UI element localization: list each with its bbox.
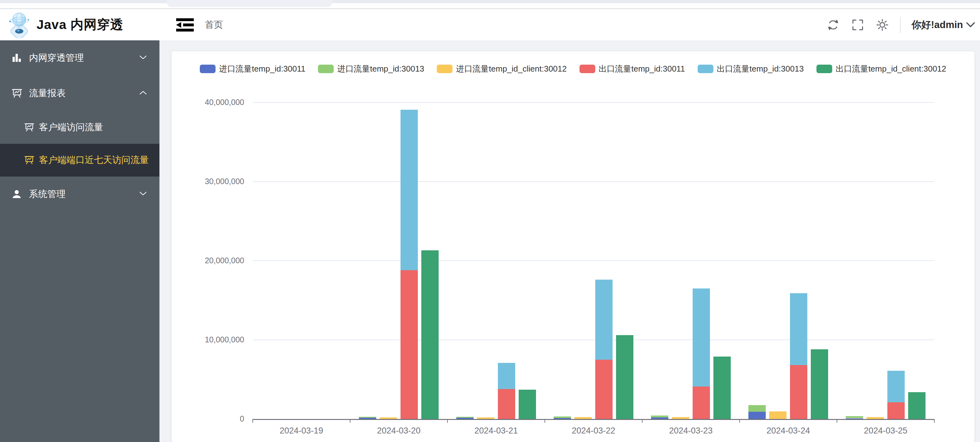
sidebar-item-label: 流量报表 <box>29 87 65 100</box>
bar-segment[interactable] <box>790 293 807 365</box>
top-tab-blob <box>167 0 332 7</box>
user-menu[interactable]: 你好!admin <box>911 18 975 32</box>
gridline <box>253 181 934 182</box>
x-axis-tick <box>447 419 448 423</box>
bar-segment[interactable] <box>359 417 376 418</box>
bar-segment[interactable] <box>811 349 828 419</box>
sidebar-item-system-management[interactable]: 系统管理 <box>0 177 159 212</box>
bar-segment[interactable] <box>748 405 766 412</box>
data-board-icon <box>24 122 35 133</box>
bar-segment[interactable] <box>421 251 439 419</box>
greeting-text: 你好!admin <box>911 18 963 32</box>
fullscreen-icon[interactable] <box>851 18 865 32</box>
x-axis-tick <box>350 419 350 423</box>
sidebar-item-label: 客户端端口近七天访问流量 <box>39 154 149 166</box>
top-band <box>0 0 980 3</box>
gridline <box>253 260 934 261</box>
bar-segment[interactable] <box>769 412 786 419</box>
bar-segment[interactable] <box>456 417 474 418</box>
bar-segment[interactable] <box>401 110 418 271</box>
x-axis-label: 2024-03-21 <box>458 426 534 436</box>
bar-segment[interactable] <box>616 335 633 419</box>
bar-segment[interactable] <box>748 412 766 419</box>
bar-segment[interactable] <box>713 357 731 419</box>
user-icon <box>11 188 23 200</box>
breadcrumb[interactable]: 首页 <box>205 9 223 40</box>
sidebar-item-tunnel-management[interactable]: 内网穿透管理 <box>0 40 159 76</box>
bar-segment[interactable] <box>554 416 571 418</box>
bar-segment[interactable] <box>908 392 926 419</box>
y-axis-label: 30,000,000 <box>172 177 244 186</box>
bar-segment[interactable] <box>693 289 710 386</box>
bar-segment[interactable] <box>846 416 863 418</box>
bar-segment[interactable] <box>519 390 536 419</box>
x-axis-label: 2024-03-22 <box>556 426 632 436</box>
sidebar-item-label: 客户端访问流量 <box>39 121 103 134</box>
bar-segment[interactable] <box>651 415 668 417</box>
y-axis-label: 10,000,000 <box>172 335 244 344</box>
x-axis-line <box>253 419 934 420</box>
header: Java 内网穿透 首页 <box>0 9 980 40</box>
bar-segment[interactable] <box>401 270 418 419</box>
chart-plot-area: 010,000,00020,000,00030,000,00040,000,00… <box>172 51 974 442</box>
refresh-icon[interactable] <box>826 18 840 32</box>
app-logo-icon <box>7 12 32 38</box>
bar-segment[interactable] <box>595 280 612 360</box>
x-axis-tick <box>934 419 935 423</box>
y-axis-label: 40,000,000 <box>172 98 244 107</box>
chevron-down-icon <box>139 191 147 197</box>
gridline <box>253 102 934 103</box>
x-axis-label: 2024-03-19 <box>264 426 339 436</box>
app-title: Java 内网穿透 <box>37 9 124 40</box>
sidebar-item-label: 内网穿透管理 <box>29 52 84 64</box>
sidebar-collapse-icon[interactable] <box>175 16 195 34</box>
gridline <box>253 340 934 340</box>
bar-segment[interactable] <box>498 363 515 389</box>
sidebar: 内网穿透管理 流量报表 <box>0 40 159 442</box>
chevron-up-icon <box>139 91 147 96</box>
bar-segment[interactable] <box>498 389 515 419</box>
x-axis-tick <box>544 419 545 423</box>
data-board-icon <box>24 155 35 166</box>
sidebar-item-client-port-7day-traffic[interactable]: 客户端端口近七天访问流量 <box>0 144 159 177</box>
chevron-down-icon <box>139 55 147 61</box>
bar-segment[interactable] <box>693 386 710 419</box>
x-axis-label: 2024-03-25 <box>848 426 924 436</box>
sidebar-item-label: 系统管理 <box>29 188 65 201</box>
x-axis-tick <box>837 419 837 423</box>
x-axis-tick <box>642 419 643 423</box>
bar-segment[interactable] <box>790 365 807 419</box>
bar-segment[interactable] <box>887 371 905 402</box>
y-axis-label: 0 <box>172 414 244 423</box>
sun-icon[interactable] <box>875 18 889 32</box>
x-axis-tick <box>252 419 253 423</box>
chevron-down-icon <box>966 22 975 28</box>
x-axis-label: 2024-03-20 <box>361 426 437 436</box>
sidebar-item-traffic-report[interactable]: 流量报表 <box>0 76 159 111</box>
x-axis-label: 2024-03-23 <box>653 426 729 436</box>
chart-card: 进口流量temp_id:30011进口流量temp_id:30013进口流量te… <box>172 51 974 442</box>
bar-chart-icon <box>11 52 23 64</box>
x-axis-tick <box>739 419 740 423</box>
data-board-icon <box>11 88 23 99</box>
bar-segment[interactable] <box>887 402 905 419</box>
header-divider <box>900 17 900 33</box>
page-root: Java 内网穿透 首页 <box>0 0 980 442</box>
sidebar-item-client-traffic[interactable]: 客户端访问流量 <box>0 111 159 144</box>
y-axis-label: 20,000,000 <box>172 256 244 265</box>
x-axis-label: 2024-03-24 <box>751 426 826 436</box>
bar-segment[interactable] <box>595 360 612 419</box>
